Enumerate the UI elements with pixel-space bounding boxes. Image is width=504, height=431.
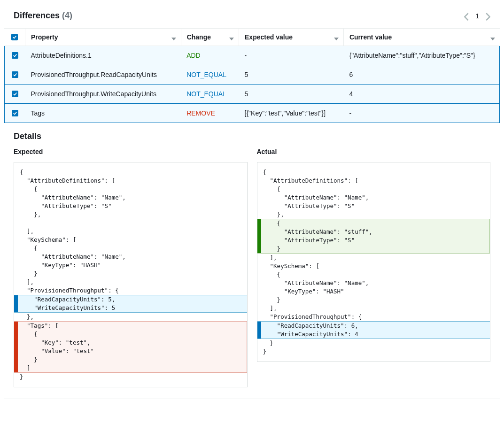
differences-panel: Differences (4) 1 Property [4, 4, 500, 399]
code-line: "AttributeName": "Name", [257, 193, 490, 202]
code-line: { [257, 168, 490, 177]
row-checkbox[interactable] [12, 91, 18, 97]
panel-header: Differences (4) 1 [4, 4, 500, 28]
actual-label: Actual [257, 148, 491, 155]
cell-current: 4 [343, 85, 499, 104]
code-line: }, [257, 210, 490, 219]
code-line: "ReadCapacityUnits": 5, [14, 295, 247, 304]
code-line: "AttributeName": "Name", [14, 253, 247, 261]
table-row[interactable]: ProvisionedThroughput.WriteCapacityUnits… [5, 85, 500, 104]
code-line: "AttributeType": "S" [14, 202, 247, 210]
pager: 1 [464, 12, 490, 20]
col-property[interactable]: Property [25, 29, 181, 46]
code-line: "AttributeType": "S" [257, 236, 490, 245]
code-line: "KeySchema": [ [14, 236, 247, 244]
cell-expected: 5 [239, 85, 344, 104]
cell-change: NOT_EQUAL [181, 65, 239, 85]
compare-panel: Expected { "AttributeDefinitions": [ { "… [4, 148, 500, 399]
code-line: } [14, 269, 247, 278]
cell-expected: 5 [239, 65, 344, 85]
col-property-label: Property [31, 33, 58, 41]
cell-property: Tags [25, 104, 181, 123]
code-line: }, [14, 313, 247, 321]
row-checkbox[interactable] [12, 110, 18, 116]
cell-expected: [{"Key":"test","Value":"test"}] [239, 104, 344, 123]
code-line: ] [14, 364, 247, 373]
expected-column: Expected { "AttributeDefinitions": [ { "… [14, 148, 248, 387]
code-line: "Tags": [ [14, 321, 247, 330]
details-title: Details [4, 123, 500, 148]
col-current[interactable]: Current value [343, 29, 499, 46]
code-line: "AttributeName": "stuff", [257, 228, 490, 236]
cell-property: ProvisionedThroughput.WriteCapacityUnits [25, 85, 181, 104]
col-expected-label: Expected value [245, 33, 293, 41]
sort-caret-icon[interactable] [334, 35, 339, 43]
code-line: } [257, 296, 490, 304]
expected-code: { "AttributeDefinitions": [ { "Attribute… [14, 162, 248, 387]
code-line: "WriteCapacityUnits": 5 [14, 304, 247, 313]
sort-caret-icon[interactable] [490, 35, 495, 43]
table-row[interactable]: ProvisionedThroughput.ReadCapacityUnitsN… [5, 65, 500, 85]
title-count: (4) [62, 11, 72, 20]
col-change-label: Change [187, 33, 211, 41]
col-select-all[interactable] [5, 29, 25, 46]
col-change[interactable]: Change [181, 29, 239, 46]
row-checkbox[interactable] [12, 52, 18, 59]
title-text: Differences [14, 11, 60, 20]
sort-caret-icon[interactable] [229, 35, 234, 43]
code-line: ], [257, 254, 490, 262]
code-line: "Key": "test", [14, 339, 247, 347]
code-line: "AttributeName": "Name", [257, 279, 490, 287]
code-line: } [14, 355, 247, 364]
row-checkbox[interactable] [12, 71, 18, 78]
table-row[interactable]: TagsREMOVE[{"Key":"test","Value":"test"}… [5, 104, 500, 123]
code-line: "AttributeDefinitions": [ [257, 177, 490, 185]
next-page-icon[interactable] [486, 13, 490, 19]
code-line: "ReadCapacityUnits": 6, [257, 321, 490, 330]
code-line: "KeyType": "HASH" [257, 287, 490, 296]
actual-code: { "AttributeDefinitions": [ { "Attribute… [257, 162, 491, 362]
code-line: { [14, 330, 247, 339]
panel-title: Differences (4) [14, 11, 72, 21]
col-expected[interactable]: Expected value [239, 29, 344, 46]
cell-property: AttributeDefinitions.1 [25, 46, 181, 65]
code-line [14, 219, 247, 227]
select-all-checkbox[interactable] [11, 34, 18, 40]
code-line: "AttributeDefinitions": [ [14, 177, 247, 185]
page-number: 1 [475, 12, 479, 20]
code-line: "AttributeName": "Name", [14, 193, 247, 202]
code-line: { [257, 270, 490, 279]
cell-expected: - [239, 46, 344, 65]
cell-change: REMOVE [181, 104, 239, 123]
code-line: "ProvisionedThroughput": { [257, 313, 490, 321]
table-row[interactable]: AttributeDefinitions.1ADD-{"AttributeNam… [5, 46, 500, 65]
cell-current: {"AttributeName":"stuff","AttributeType"… [343, 46, 499, 65]
code-line: "KeySchema": [ [257, 262, 490, 270]
code-line: } [257, 339, 490, 347]
cell-current: - [343, 104, 499, 123]
col-current-label: Current value [349, 33, 392, 41]
code-line: } [257, 245, 490, 254]
cell-change: ADD [181, 46, 239, 65]
sort-caret-icon[interactable] [171, 35, 176, 43]
prev-page-icon[interactable] [464, 13, 469, 19]
code-line: ], [14, 227, 247, 236]
cell-property: ProvisionedThroughput.ReadCapacityUnits [25, 65, 181, 85]
code-line: "WriteCapacityUnits": 4 [257, 330, 490, 339]
code-line: { [14, 185, 247, 193]
code-line: "AttributeType": "S" [257, 202, 490, 210]
cell-change: NOT_EQUAL [181, 85, 239, 104]
code-line: "KeyType": "HASH" [14, 261, 247, 269]
differences-table: Property Change Expected value [4, 29, 500, 123]
expected-label: Expected [14, 148, 248, 155]
code-line: { [257, 185, 490, 193]
code-line: ], [257, 304, 490, 313]
code-line: }, [14, 210, 247, 219]
actual-column: Actual { "AttributeDefinitions": [ { "At… [257, 148, 491, 387]
code-line: { [14, 168, 247, 177]
code-line: { [257, 219, 490, 228]
code-line: ], [14, 278, 247, 286]
code-line: { [14, 244, 247, 253]
cell-current: 6 [343, 65, 499, 85]
code-line: "ProvisionedThroughput": { [14, 286, 247, 295]
